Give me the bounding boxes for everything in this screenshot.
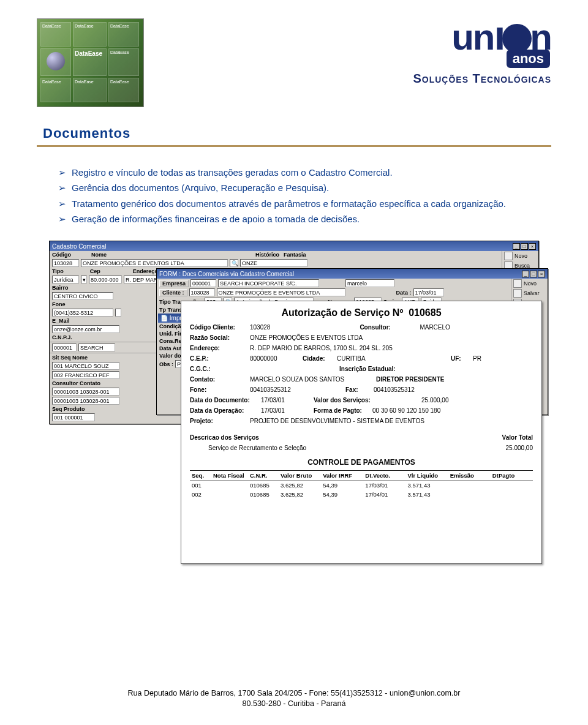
field-tipo[interactable]: Jurídica [52,276,79,284]
grid1-name[interactable]: SEARCH [78,344,115,351]
product-logo-collage: DataEase DataEase DataEase DataEase Data… [37,18,144,107]
col-emissao: Emissão [448,472,491,479]
grid4-row[interactable]: 001 000001 [52,413,95,421]
field-cep[interactable]: 80.000-000 [89,276,122,284]
tipo-dd-icon[interactable]: ▾ [81,276,87,284]
close-icon[interactable]: × [538,271,545,277]
field-nome[interactable]: ONZE PROMOÇÕES E EVENTOS LTDA [81,259,228,267]
field-fone[interactable]: (0041)352-5312 [52,309,113,317]
new-icon [504,252,513,260]
val-total: 25.000,00 [472,445,533,451]
label-fone: Fone [52,301,66,307]
field-bairro[interactable]: CENTRO CIVICO [52,292,113,300]
grid1-code[interactable]: 000001 [52,344,77,351]
val-consultor: MARCELO [420,324,450,331]
field-email[interactable]: onze@onze.com.br [52,325,119,333]
report-title: Autorização de Serviço Nº 010685 [190,307,533,318]
lbl-data-op: Data da Operação: [190,407,257,414]
footer-line1: Rua Deputado Mário de Barros, 1700 Sala … [0,688,588,699]
lbl-forma-pagto: Forma de Pagto: [314,407,369,414]
hdr-desc: Descricao dos Serviços [190,434,468,441]
grid2-row[interactable]: 002 FRANCISCO PEF [52,371,119,379]
empresa-button[interactable]: Empresa [159,280,189,287]
label-email: E_Mail [52,318,70,324]
new-icon [513,279,522,288]
cliente-button[interactable]: Cliente : [159,289,187,296]
grid3-row[interactable]: 00001003 103028-001 [52,388,119,396]
lbl-contato: Contato: [190,376,246,383]
lbl-cidade: Cidade: [303,355,333,362]
val-fax: 004103525312 [374,386,415,393]
report-autorizacao-servico: Autorização de Serviço Nº 010685 Código … [181,301,542,564]
field-codigo[interactable]: 103028 [52,259,79,267]
logo-tile: DataEase [108,22,139,47]
logo-tile: DataEase [73,78,107,102]
brand-block: unın anos Soluções Tecnológicas [413,18,551,86]
lbl-uf: UF: [451,355,469,362]
max-icon[interactable]: □ [530,271,537,277]
field-cliente-name[interactable]: ONZE PROMOÇÕES E EVENTOS LTDA [217,288,345,296]
title-underline [37,145,551,147]
lbl-codigo-cliente: Código Cliente: [190,324,246,331]
lbl-razao: Razão Social: [190,334,246,341]
label-endereco: Endereço [133,268,158,274]
lbl-consultor: Consultor: [360,324,416,331]
val-razao: ONZE PROMOÇÕES E EVENTOS LTDA [250,334,363,341]
close-icon[interactable]: × [529,243,536,250]
field-fantasia[interactable]: ONZE [240,259,307,267]
val-cep: 80000000 [250,355,299,362]
val-data-doc: 17/03/01 [261,397,310,404]
col-nf: Nota Fiscal [211,472,248,479]
side-novo[interactable]: Novo [502,251,538,261]
val-uf: PR [473,355,481,362]
logo-tile: DataEase [108,78,139,102]
lbl-endereco: Endereço: [190,345,246,351]
brand-tagline: Soluções Tecnológicas [413,72,551,86]
val-cidade: CURITIBA [337,355,392,362]
logo-tile: DataEase [108,48,139,76]
window-title: FORM : Docs Comerciais via Cadastro Come… [159,271,294,277]
field-data[interactable]: 17/03/01 [413,288,444,296]
val-projeto: PROJETO DE DESENVOLVIMENTO - SISTEMA DE … [250,418,424,424]
bullet-item: Tratamento genérico dos documentos atrav… [58,197,539,211]
lbl-cgc: C.G.C.: [190,366,246,372]
hist-icon[interactable]: 🔍 [230,259,238,267]
label-cnpj: C.N.P.J. [52,334,72,340]
footer-line2: 80.530-280 - Curitiba - Paraná [0,699,588,709]
grid2-row[interactable]: 001 MARCELO SOUZ [52,362,119,370]
side-novo[interactable]: Novo [511,279,548,288]
label-obs: Obs : [159,361,173,367]
lbl-cep: C.E.P.: [190,355,246,362]
feature-bullets: Registro e vínculo de todas as transaçõe… [58,165,539,226]
min-icon[interactable]: _ [522,271,529,277]
section-title: Documentos [43,126,545,141]
brand-name: unın [413,18,551,52]
lbl-projeto: Projeto: [190,418,246,424]
payments-table: Seq. Nota Fiscal C.N.R. Valor Bruto Valo… [190,470,533,499]
max-icon[interactable]: □ [521,243,528,250]
label-cep: Cep [90,268,100,274]
col-seq: Seq. [190,472,211,479]
side-salvar[interactable]: Salvar [511,288,548,298]
logo-tile: DataEase [73,22,107,47]
val-contato: MARCELO SOUZA DOS SANTOS [250,376,372,383]
hdr-valor-total: Valor Total [472,434,533,441]
label-historico: Histórico [255,252,279,258]
field-empresa-name[interactable]: SEARCH INCORPORATE S/C. [218,279,319,287]
save-icon [513,289,522,298]
field-user[interactable]: marcelo [345,279,394,287]
col-cnr: C.N.R. [248,472,279,479]
bullet-item: Gerência dos documentos (Arquivo, Recupe… [58,181,539,195]
val-endereco: R. DEP MARIO DE BARROS, 1700 SL. 204 SL.… [250,345,393,351]
label-codigo: Código [52,252,71,258]
col-irrf: Valor IRRF [321,472,363,479]
window-buttons: _□× [512,242,536,250]
titlebar: Cadastro Comercial _□× [50,241,538,251]
grid3-row[interactable]: 00001003 103028-001 [52,397,119,405]
logo-tile: DataEase [73,48,107,76]
field-cliente-code[interactable]: 103028 [189,288,215,296]
label-fantasia: Fantasia [284,252,306,258]
min-icon[interactable]: _ [513,243,520,250]
field-empresa-code[interactable]: 000001 [190,279,216,287]
table-row: 001 010685 3.625,82 54,39 17/03/01 3.571… [190,481,533,490]
